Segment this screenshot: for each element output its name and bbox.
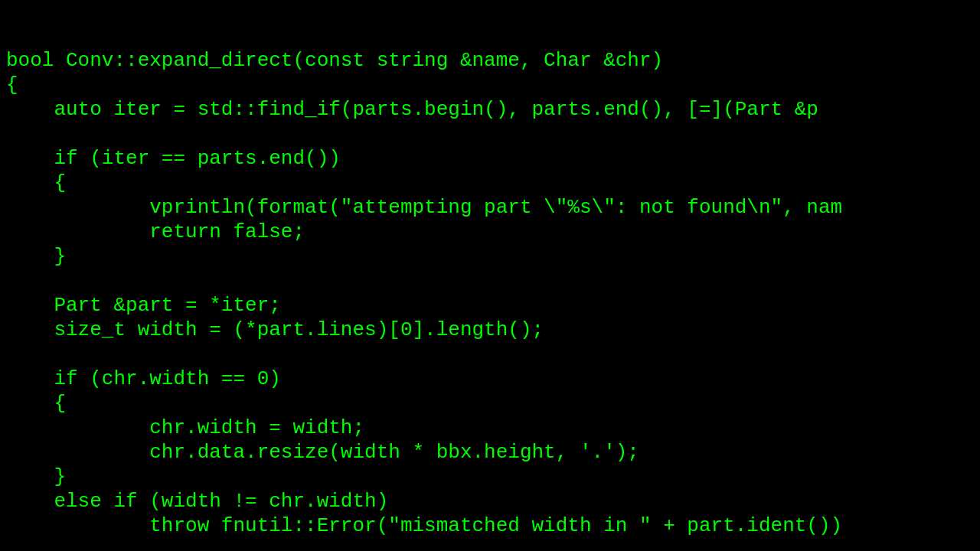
- code-line: bool Conv::expand_direct(const string &n…: [0, 48, 980, 73]
- code-line: [0, 269, 980, 293]
- code-line: {: [0, 171, 980, 195]
- code-editor: bool Conv::expand_direct(const string &n…: [0, 0, 980, 551]
- code-line: [0, 538, 980, 551]
- code-line: [0, 122, 980, 146]
- code-line: return false;: [0, 220, 980, 244]
- code-line: Part &part = *iter;: [0, 293, 980, 318]
- code-line: chr.data.resize(width * bbx.height, '.')…: [0, 440, 980, 465]
- code-line: else if (width != chr.width): [0, 489, 980, 514]
- code-line: auto iter = std::find_if(parts.begin(), …: [0, 97, 980, 122]
- code-line: {: [0, 391, 980, 416]
- code-line: chr.width = width;: [0, 416, 980, 440]
- code-line: throw fnutil::Error("mismatched width in…: [0, 514, 980, 538]
- code-line: if (chr.width == 0): [0, 367, 980, 391]
- code-line: if (iter == parts.end()): [0, 146, 980, 171]
- code-line: [0, 342, 980, 367]
- code-line: size_t width = (*part.lines)[0].length()…: [0, 318, 980, 342]
- code-line: vprintln(format("attempting part \"%s\":…: [0, 195, 980, 220]
- code-line: }: [0, 465, 980, 489]
- code-line: }: [0, 244, 980, 269]
- code-line: {: [0, 73, 980, 97]
